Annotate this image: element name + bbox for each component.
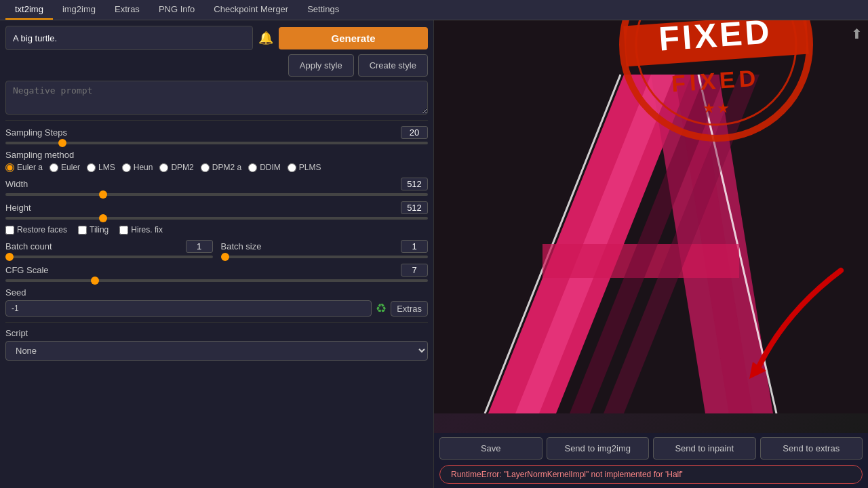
checkbox-row: Restore faces Tiling Hires. fix — [5, 225, 428, 235]
radio-dpm2[interactable]: DPM2 — [159, 163, 193, 172]
right-bottom: Save Send to img2img Send to inpaint Sen… — [434, 433, 868, 488]
radio-euler-a[interactable]: Euler a — [5, 163, 43, 172]
radio-plms[interactable]: PLMS — [288, 163, 321, 172]
upload-icon[interactable]: ⬆ — [851, 26, 863, 42]
batch-count-label-row: Batch count 1 — [5, 240, 213, 253]
script-select[interactable]: None — [5, 341, 428, 361]
seed-input[interactable] — [5, 300, 372, 317]
send-extras-button[interactable]: Send to extras — [760, 437, 863, 460]
sampling-steps-label-row: Sampling Steps 20 — [5, 126, 428, 139]
height-label: Height — [5, 203, 31, 213]
top-nav: txt2img img2img Extras PNG Info Checkpoi… — [0, 0, 868, 20]
batch-count-control: Batch count 1 — [5, 240, 213, 258]
sampling-method-control: Sampling method Euler a Euler LMS Heun — [5, 150, 428, 172]
batch-size-slider[interactable] — [221, 256, 429, 258]
sampling-method-options: Euler a Euler LMS Heun DPM2 — [5, 163, 428, 172]
hires-fix-checkbox[interactable]: Hires. fix — [119, 225, 163, 235]
send-inpaint-button[interactable]: Send to inpaint — [653, 437, 756, 460]
batch-size-label-row: Batch size 1 — [221, 240, 429, 253]
svg-text:FIXED: FIXED — [671, 65, 760, 97]
seed-control: Seed ♻ Extras — [5, 287, 428, 317]
width-value: 512 — [401, 178, 428, 190]
controls-section: Sampling Steps 20 Sampling method Euler … — [5, 126, 428, 317]
hires-fix-label: Hires. fix — [131, 225, 163, 235]
radio-heun[interactable]: Heun — [122, 163, 153, 172]
header-top-row: 🔔 Generate — [5, 26, 428, 50]
seed-label: Seed — [5, 287, 26, 298]
divider-2 — [5, 322, 428, 323]
stamp-circle-container: ★ ★ ★ FIXED FIXED FIXED ★ ★ — [618, 20, 814, 143]
sampling-steps-value: 20 — [401, 126, 428, 139]
batch-size-control: Batch size 1 — [221, 240, 429, 258]
radio-lms[interactable]: LMS — [87, 163, 115, 172]
width-label-row: Width 512 — [5, 178, 428, 190]
sampling-steps-label: Sampling Steps — [5, 127, 67, 138]
seed-label-row: Seed — [5, 287, 428, 298]
height-control: Height 512 — [5, 201, 428, 220]
batch-count-label: Batch count — [5, 241, 52, 251]
batch-row: Batch count 1 Batch size 1 — [5, 240, 428, 258]
restore-faces-label: Restore faces — [17, 225, 67, 235]
main-container: txt2img img2img Extras PNG Info Checkpoi… — [0, 0, 868, 488]
right-bottom-buttons: Save Send to img2img Send to inpaint Sen… — [439, 437, 863, 460]
sampling-method-label: Sampling method — [5, 150, 428, 160]
tab-img2img[interactable]: img2img — [53, 0, 105, 20]
cfg-scale-control: CFG Scale 7 — [5, 264, 428, 282]
main-layout: 🔔 Generate Apply style Create style Samp… — [0, 20, 868, 488]
radio-ddim[interactable]: DDIM — [248, 163, 281, 172]
tab-extras[interactable]: Extras — [105, 0, 149, 20]
width-control: Width 512 — [5, 178, 428, 196]
bell-icon: 🔔 — [258, 30, 273, 45]
prompt-input[interactable] — [5, 26, 253, 50]
save-button[interactable]: Save — [439, 437, 542, 460]
radio-euler[interactable]: Euler — [50, 163, 80, 172]
cfg-scale-label-row: CFG Scale 7 — [5, 264, 428, 277]
tiling-checkbox[interactable]: Tiling — [78, 225, 108, 235]
script-section: Script None — [5, 328, 428, 361]
width-label: Width — [5, 179, 28, 189]
red-arrow-svg — [719, 257, 854, 392]
error-message: RuntimeError: "LayerNormKernelImpl" not … — [451, 470, 683, 479]
height-value: 512 — [401, 201, 428, 214]
stamp-svg: ★ ★ ★ FIXED FIXED FIXED ★ ★ — [618, 20, 814, 143]
right-panel: ★ ★ ★ FIXED FIXED FIXED ★ ★ — [434, 20, 868, 488]
send-img2img-button[interactable]: Send to img2img — [547, 437, 650, 460]
fixed-stamp: ★ ★ ★ FIXED FIXED FIXED ★ ★ — [608, 20, 825, 153]
image-area: ★ ★ ★ FIXED FIXED FIXED ★ ★ — [434, 20, 868, 433]
batch-size-value: 1 — [401, 240, 428, 253]
cfg-scale-slider[interactable] — [5, 279, 428, 282]
restore-faces-checkbox[interactable]: Restore faces — [5, 225, 67, 235]
batch-count-value: 1 — [186, 240, 213, 253]
svg-text:★ ★: ★ ★ — [703, 102, 729, 115]
sampling-steps-control: Sampling Steps 20 — [5, 126, 428, 144]
script-label: Script — [5, 328, 428, 338]
error-bar: RuntimeError: "LayerNormKernelImpl" not … — [439, 465, 863, 484]
recycle-icon[interactable]: ♻ — [376, 301, 387, 316]
tab-png-info[interactable]: PNG Info — [149, 0, 204, 20]
batch-count-slider[interactable] — [5, 256, 213, 258]
batch-size-label: Batch size — [221, 241, 262, 251]
sampling-steps-slider[interactable] — [5, 142, 428, 144]
left-panel: 🔔 Generate Apply style Create style Samp… — [0, 20, 434, 488]
tab-settings[interactable]: Settings — [298, 0, 349, 20]
apply-style-button[interactable]: Apply style — [288, 54, 354, 77]
tiling-label: Tiling — [90, 225, 108, 235]
header-area: 🔔 Generate Apply style Create style — [5, 26, 428, 115]
width-slider[interactable] — [5, 193, 428, 196]
cfg-scale-label: CFG Scale — [5, 265, 49, 275]
create-style-button[interactable]: Create style — [358, 54, 428, 77]
generate-button[interactable]: Generate — [279, 27, 428, 49]
extras-button[interactable]: Extras — [391, 301, 428, 317]
tab-checkpoint-merger[interactable]: Checkpoint Merger — [204, 0, 298, 20]
height-label-row: Height 512 — [5, 201, 428, 214]
radio-dpm2a[interactable]: DPM2 a — [201, 163, 241, 172]
cfg-scale-value: 7 — [401, 264, 428, 277]
negative-prompt-input[interactable] — [5, 81, 428, 115]
divider-1 — [5, 120, 428, 121]
height-slider[interactable] — [5, 217, 428, 220]
tab-txt2img[interactable]: txt2img — [5, 0, 53, 20]
